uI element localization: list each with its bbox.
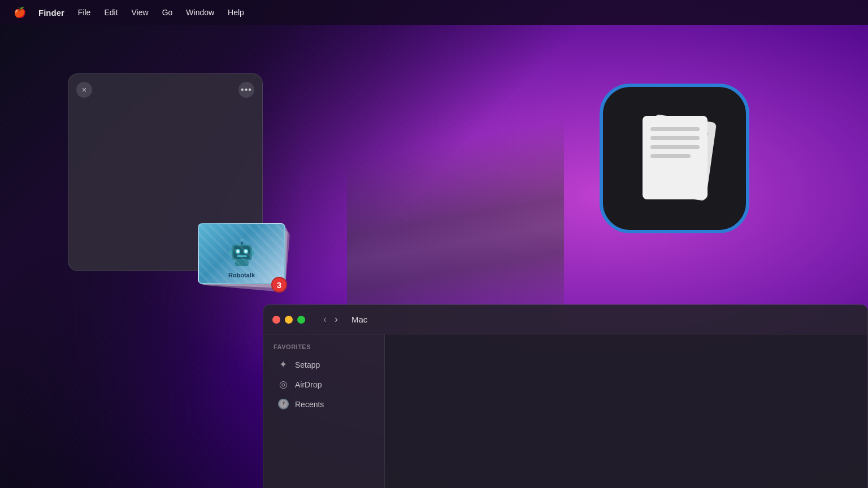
share-panel-more-button[interactable]: •••: [238, 82, 254, 98]
finder-title: Mac: [351, 315, 367, 324]
app-icon-documents[interactable]: [600, 84, 749, 233]
sidebar-item-recents[interactable]: 🕐 Recents: [267, 394, 381, 414]
close-icon: ×: [82, 85, 86, 94]
window-menu[interactable]: Window: [180, 6, 220, 19]
finder-navigation: ‹ ›: [321, 311, 340, 328]
fullscreen-button[interactable]: [297, 316, 305, 324]
doc-front: [643, 116, 708, 199]
drag-card-label: Robotalk: [199, 272, 284, 278]
sidebar-item-airdrop[interactable]: ◎ AirDrop: [267, 374, 381, 394]
ellipsis-icon: •••: [241, 85, 252, 95]
finder-menu[interactable]: Finder: [33, 6, 70, 20]
setapp-label: Setapp: [295, 360, 320, 369]
file-count-badge: 3: [271, 277, 287, 293]
doc-line-3: [650, 145, 700, 149]
help-menu[interactable]: Help: [222, 6, 250, 19]
document-stack: [638, 114, 711, 204]
traffic-lights: [272, 316, 305, 324]
finder-titlebar: ‹ › Mac: [263, 305, 867, 334]
doc-line-4: [650, 154, 691, 158]
recents-label: Recents: [295, 400, 324, 409]
app-icon-background: [600, 84, 749, 233]
file-menu[interactable]: File: [72, 6, 97, 19]
finder-window: ‹ › Mac Favorites ✦ Setapp ◎ AirDrop 🕐 R…: [263, 304, 868, 488]
airdrop-label: AirDrop: [295, 380, 322, 389]
airdrop-icon: ◎: [277, 378, 289, 390]
drag-card-main: Robotalk: [198, 223, 285, 284]
menubar: 🍎 Finder File Edit View Go Window Help: [0, 0, 868, 25]
finder-main-content: [385, 334, 867, 488]
back-button[interactable]: ‹: [321, 311, 329, 328]
view-menu[interactable]: View: [126, 6, 154, 19]
drag-card: Robotalk 3: [195, 223, 288, 288]
sidebar-item-setapp[interactable]: ✦ Setapp: [267, 355, 381, 374]
recents-icon: 🕐: [277, 398, 289, 410]
forward-button[interactable]: ›: [332, 311, 340, 328]
share-panel-close-button[interactable]: ×: [76, 82, 92, 98]
doc-line-2: [650, 136, 700, 140]
edit-menu[interactable]: Edit: [98, 6, 123, 19]
setapp-icon: ✦: [277, 359, 289, 371]
apple-menu[interactable]: 🍎: [9, 4, 31, 21]
minimize-button[interactable]: [285, 316, 293, 324]
doc-line-1: [650, 127, 700, 131]
share-panel-header: × •••: [76, 82, 254, 98]
finder-sidebar: Favorites ✦ Setapp ◎ AirDrop 🕐 Recents: [263, 334, 385, 488]
go-menu[interactable]: Go: [157, 6, 179, 19]
close-button[interactable]: [272, 316, 280, 324]
favorites-section-label: Favorites: [263, 343, 384, 355]
drag-file-stack[interactable]: Robotalk 3: [195, 223, 288, 288]
finder-body: Favorites ✦ Setapp ◎ AirDrop 🕐 Recents: [263, 334, 867, 488]
